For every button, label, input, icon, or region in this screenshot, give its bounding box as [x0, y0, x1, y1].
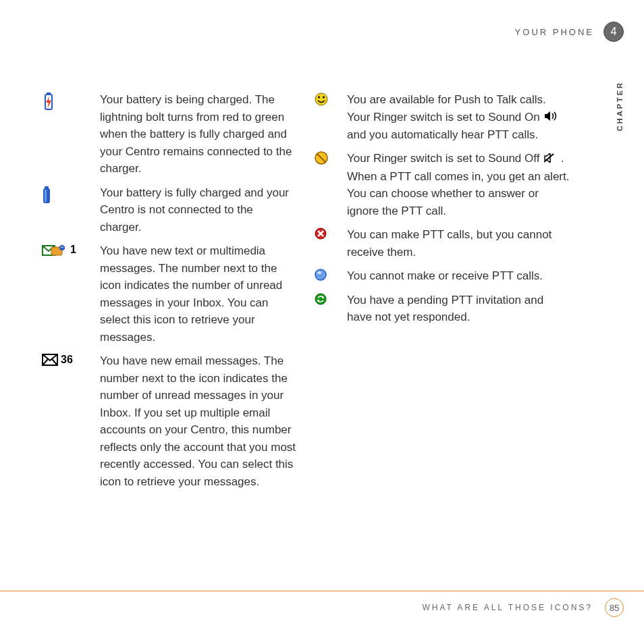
icon-row: Your Ringer switch is set to Sound Off .… — [315, 150, 570, 219]
description: You are available for Push to Talk calls… — [347, 91, 570, 143]
message-icon: 1 — [42, 242, 92, 346]
icon-row: 1 You have new text or multimedia messag… — [42, 242, 297, 346]
svg-point-17 — [317, 271, 321, 274]
description: You have new text or multimedia messages… — [100, 242, 297, 346]
message-count: 1 — [70, 244, 76, 256]
icon-row: You cannot make or receive PTT calls. — [315, 267, 570, 285]
description: Your battery is fully charged and your C… — [100, 184, 297, 236]
sound-off-icon — [544, 151, 556, 168]
icon-row: You are available for Push to Talk calls… — [315, 91, 570, 143]
icon-row: You can make PTT calls, but you cannot r… — [315, 226, 570, 261]
svg-line-14 — [544, 154, 554, 162]
description: Your battery is being charged. The light… — [100, 91, 297, 178]
page-footer: WHAT ARE ALL THOSE ICONS? 85 — [0, 591, 644, 617]
email-icon: 36 — [42, 352, 92, 490]
description: You have a pending PTT invitation and ha… — [347, 292, 570, 326]
icon-row: 36 You have new email messages. The numb… — [42, 352, 297, 490]
svg-rect-3 — [45, 186, 49, 189]
icon-row: Your battery is being charged. The light… — [42, 91, 297, 178]
battery-full-icon — [42, 184, 92, 236]
description: Your Ringer switch is set to Sound Off .… — [347, 150, 570, 219]
icon-row: You have a pending PTT invitation and ha… — [315, 292, 570, 326]
right-column: You are available for Push to Talk calls… — [315, 91, 570, 490]
battery-charging-icon — [42, 91, 92, 178]
page-header: YOUR PHONE 4 — [515, 22, 624, 42]
page-number-badge: 85 — [605, 598, 624, 617]
svg-point-11 — [323, 97, 325, 99]
section-title: YOUR PHONE — [515, 27, 594, 37]
svg-point-7 — [59, 245, 65, 250]
dnd-icon — [315, 226, 339, 261]
offline-icon — [315, 267, 339, 285]
description: You can make PTT calls, but you cannot r… — [347, 226, 570, 261]
svg-point-18 — [315, 294, 326, 304]
footer-title: WHAT ARE ALL THOSE ICONS? — [422, 603, 593, 612]
svg-rect-1 — [47, 92, 51, 95]
svg-point-9 — [315, 93, 327, 105]
sound-on-icon — [544, 109, 558, 126]
email-count: 36 — [61, 354, 73, 366]
svg-point-10 — [318, 97, 320, 99]
pending-icon — [315, 292, 339, 326]
chapter-number-badge: 4 — [603, 22, 624, 42]
description: You have new email messages. The number … — [100, 352, 297, 490]
icon-row: Your battery is fully charged and your C… — [42, 184, 297, 236]
silent-icon — [315, 150, 339, 219]
content-area: Your battery is being charged. The light… — [42, 91, 570, 490]
svg-rect-4 — [45, 190, 47, 202]
description: You cannot make or receive PTT calls. — [347, 267, 543, 285]
svg-point-16 — [315, 269, 326, 280]
chapter-label-vertical: CHAPTER — [616, 81, 624, 131]
smiley-icon — [315, 91, 339, 143]
left-column: Your battery is being charged. The light… — [42, 91, 297, 490]
